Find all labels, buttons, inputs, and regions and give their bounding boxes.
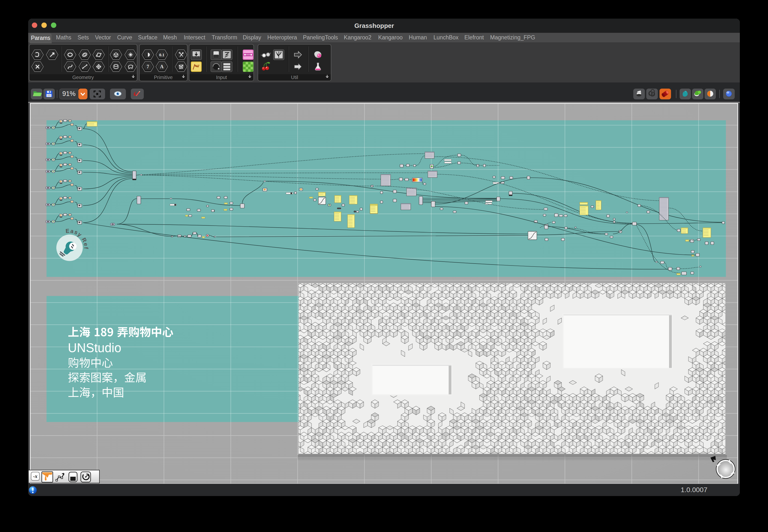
- svg-text:7: 7: [146, 64, 149, 69]
- svg-text:-x: -x: [33, 473, 37, 479]
- svg-text:A: A: [160, 64, 163, 69]
- svg-text:UNStudio: UNStudio: [68, 341, 121, 355]
- svg-text:0.1: 0.1: [159, 53, 164, 57]
